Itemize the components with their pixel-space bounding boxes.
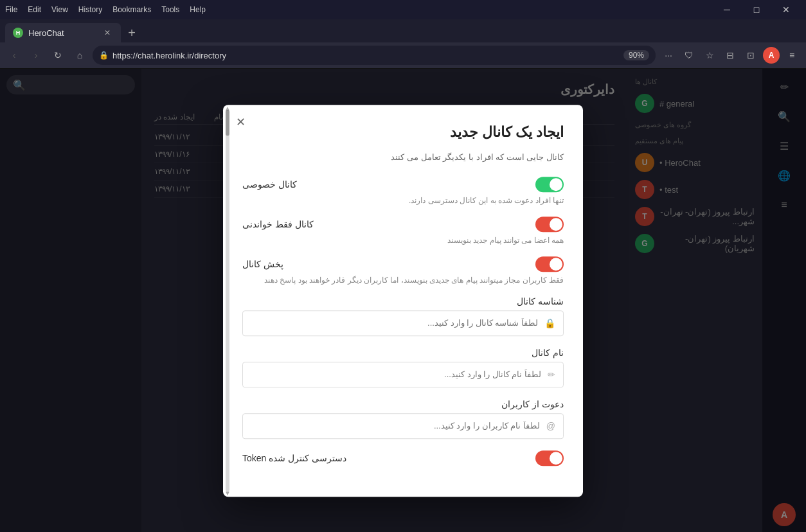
menu-bar: File Edit View History Bookmarks Tools H… (5, 5, 206, 14)
form-group-readonly: کانال فقط خواندنی همه اعضا می توانند پیا… (242, 217, 564, 245)
private-channel-toggle[interactable] (535, 177, 564, 192)
home-button[interactable]: ⌂ (71, 46, 89, 64)
address-bar[interactable]: 🔒 https://chat.herolink.ir/directory 90% (93, 46, 656, 65)
modal-content: ایجاد یک کانال جدید کانال جایی است که اف… (223, 105, 583, 497)
form-group-broadcast: پخش کانال فقط کاربران مجاز میتوانند پیام… (242, 256, 564, 285)
form-row-token: دسترسی کنترل شده Token (242, 450, 564, 466)
menu-file[interactable]: File (5, 5, 17, 14)
menu-bookmarks[interactable]: Bookmarks (112, 5, 151, 14)
reload-button[interactable]: ↻ (49, 46, 67, 64)
tab-favicon: H (13, 28, 23, 38)
channel-id-input[interactable] (251, 318, 538, 328)
layout-button[interactable]: ⊡ (742, 46, 760, 64)
menu-button[interactable]: ≡ (783, 46, 801, 64)
modal-title: ایجاد یک کانال جدید (242, 124, 564, 141)
active-tab[interactable]: H HeroChat ✕ (5, 23, 121, 42)
window-controls: ─ □ ✕ (712, 0, 801, 19)
create-channel-modal: ▲ ▼ ✕ ایجاد یک کانال جدید کانال جایی است… (223, 105, 583, 497)
form-row-readonly: کانال فقط خواندنی (242, 217, 564, 232)
menu-edit[interactable]: Edit (28, 5, 41, 14)
invite-input[interactable] (251, 421, 540, 430)
menu-help[interactable]: Help (190, 5, 206, 14)
account-button[interactable]: A (762, 46, 780, 64)
broadcast-sub: فقط کاربران مجاز میتوانند پیام های جدیدی… (242, 276, 564, 285)
form-row-private: کانال خصوصی (242, 177, 564, 192)
nav-right-buttons: ··· 🛡 ☆ ⊟ ⊡ A ≡ (659, 46, 801, 64)
at-icon: @ (546, 421, 555, 431)
channel-name-label: نام کانال (242, 348, 564, 358)
readonly-toggle[interactable] (535, 217, 564, 232)
modal-close-button[interactable]: ✕ (236, 115, 246, 129)
tab-bar: H HeroChat ✕ + (0, 19, 806, 42)
maximize-button[interactable]: □ (742, 0, 771, 19)
url-text: https://chat.herolink.ir/directory (112, 51, 620, 60)
nav-bar: ‹ › ↻ ⌂ 🔒 https://chat.herolink.ir/direc… (0, 42, 806, 68)
channel-id-label: شناسه کانال (242, 296, 564, 306)
form-row-broadcast: پخش کانال (242, 256, 564, 272)
menu-tools[interactable]: Tools (161, 5, 179, 14)
zoom-level: 90% (623, 50, 649, 60)
token-access-toggle[interactable] (535, 450, 564, 466)
menu-view[interactable]: View (51, 5, 68, 14)
toggle-knob (550, 258, 562, 270)
browser-chrome: H HeroChat ✕ + ‹ › ↻ ⌂ 🔒 https://chat.he… (0, 19, 806, 69)
tab-title: HeroChat (28, 28, 64, 38)
channel-name-input[interactable] (251, 369, 541, 379)
channel-name-field[interactable]: ✏ (242, 362, 564, 387)
modal-description: کانال جایی است که افراد با یکدیگر تعامل … (242, 151, 564, 164)
toggle-knob (550, 452, 562, 465)
form-group-token: دسترسی کنترل شده Token (242, 450, 564, 466)
toggle-knob (550, 218, 562, 231)
menu-history[interactable]: History (78, 5, 102, 14)
private-channel-sub: تنها افراد دعوت شده به این کانال دسترسی … (242, 196, 564, 205)
broadcast-label: پخش کانال (242, 259, 283, 269)
more-button[interactable]: ··· (659, 46, 677, 64)
minimize-button[interactable]: ─ (712, 0, 742, 19)
account-avatar: A (763, 47, 780, 64)
token-access-label: دسترسی کنترل شده Token (242, 453, 346, 463)
private-channel-label: کانال خصوصی (242, 179, 297, 190)
form-group-private: کانال خصوصی تنها افراد دعوت شده به این ک… (242, 177, 564, 205)
invite-field[interactable]: @ (242, 413, 564, 439)
form-group-invite: دعوت از کاربران @ (242, 399, 564, 439)
scroll-down-arrow[interactable]: ▼ (223, 490, 232, 497)
new-tab-button[interactable]: + (122, 23, 141, 42)
back-button[interactable]: ‹ (5, 46, 23, 64)
tab-close-button[interactable]: ✕ (102, 27, 113, 39)
toggle-knob (550, 178, 562, 191)
title-bar-left: File Edit View History Bookmarks Tools H… (5, 5, 206, 14)
readonly-label: کانال فقط خواندنی (242, 219, 314, 229)
title-bar: File Edit View History Bookmarks Tools H… (0, 0, 806, 19)
form-group-channel-id: شناسه کانال 🔒 (242, 296, 564, 336)
pencil-icon: ✏ (548, 369, 555, 380)
channel-id-field[interactable]: 🔒 (242, 310, 564, 336)
bookmark-shield-icon[interactable]: 🛡 (680, 46, 698, 64)
history-panel-button[interactable]: ⊟ (721, 46, 739, 64)
security-icon: 🔒 (99, 51, 109, 60)
forward-button[interactable]: › (27, 46, 45, 64)
star-button[interactable]: ☆ (701, 46, 719, 64)
invite-label: دعوت از کاربران (242, 399, 564, 409)
lock-icon: 🔒 (544, 318, 555, 328)
readonly-sub: همه اعضا می توانند پیام جدید بنویسند (242, 236, 564, 245)
form-group-channel-name: نام کانال ✏ (242, 348, 564, 387)
close-button[interactable]: ✕ (771, 0, 801, 19)
browser-content: 🔍 دایرکتوری نام ایجاد شده در ۱۳۹۹/۱۱/۱۲ … (0, 69, 806, 532)
broadcast-toggle[interactable] (535, 256, 564, 272)
